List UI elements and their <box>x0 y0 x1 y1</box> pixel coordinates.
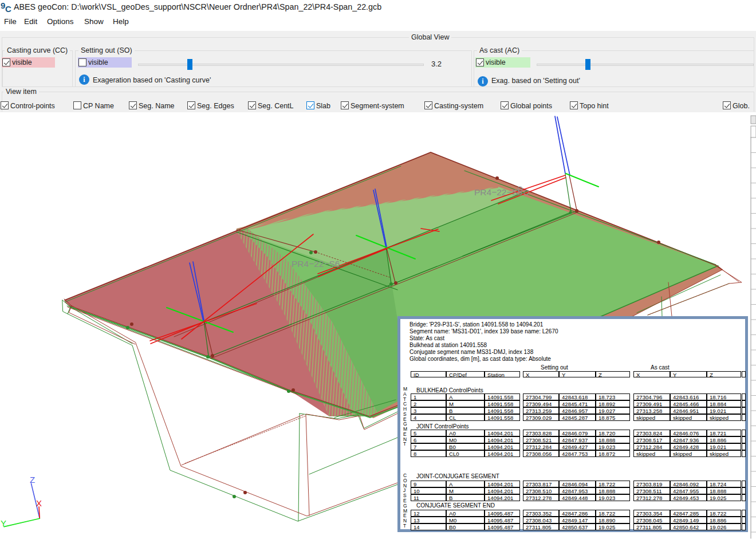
svg-text:X: X <box>36 498 42 508</box>
svg-text:PR4−22−S5: PR4−22−S5 <box>474 187 522 197</box>
svg-text:C: C <box>5 4 11 14</box>
svg-text:PR4−22−S6: PR4−22−S6 <box>292 259 340 269</box>
svg-text:Y: Y <box>1 518 6 528</box>
svg-text:Z: Z <box>30 475 35 485</box>
